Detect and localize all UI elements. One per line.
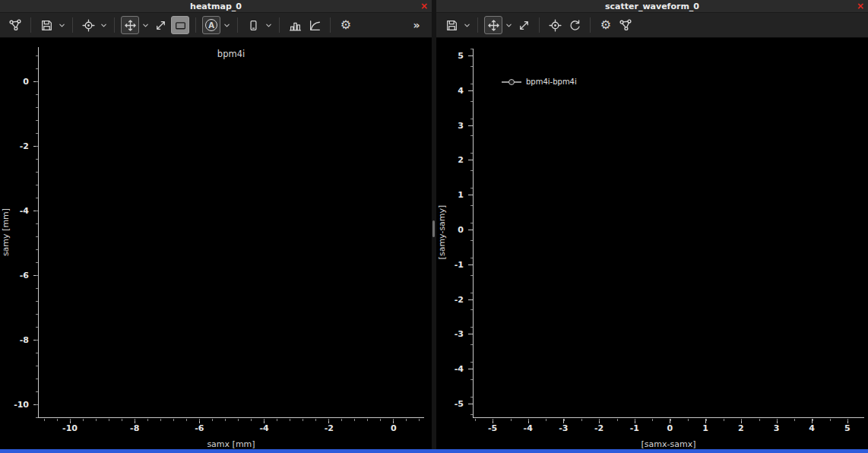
toolbar-separator (30, 17, 31, 33)
heatmap-toolbar: A ⚙ » (0, 13, 432, 38)
x-tick-label: -8 (119, 423, 150, 433)
y-tick-label: -2 (20, 141, 29, 152)
reset-view-button[interactable] (565, 16, 584, 34)
toolbar-separator (279, 17, 280, 33)
connections-button[interactable] (6, 16, 24, 34)
crosshair-button[interactable] (79, 16, 97, 34)
y-tick-label: 2 (458, 155, 464, 166)
toolbar-separator (114, 17, 115, 33)
x-tick-label: -4 (515, 423, 542, 433)
toolbar-separator (72, 17, 73, 33)
scatter-waveform-panel: scatter_waveform_0 × (436, 0, 868, 449)
heatmap-panel: heatmap_0 × (0, 0, 432, 449)
x-axis-tick-labels: -10 -8 -6 -4 -2 0 (54, 423, 410, 433)
plot-legend[interactable]: bpm4i-bpm4i (502, 78, 577, 86)
close-icon[interactable]: × (857, 0, 864, 12)
scatter-titlebar[interactable]: scatter_waveform_0 × (436, 0, 868, 13)
nodes-icon (8, 18, 22, 32)
y-tick-label: -4 (20, 206, 29, 217)
curve-icon (309, 19, 322, 32)
x-tick-label: -1 (621, 423, 648, 433)
circled-a-icon: A (205, 19, 217, 31)
chevron-down-icon (142, 22, 149, 29)
nodes-icon (619, 18, 632, 32)
save-icon (40, 19, 53, 32)
x-axis-label: samx [mm] (38, 439, 424, 449)
x-minor-ticks (475, 419, 865, 421)
scatter-panel-title: scatter_waveform_0 (605, 2, 699, 11)
heatmap-titlebar[interactable]: heatmap_0 × (0, 0, 432, 13)
settings-button[interactable]: ⚙ (597, 16, 615, 34)
crosshair-button[interactable] (546, 16, 564, 34)
save-dropdown[interactable] (57, 16, 66, 34)
histogram-button[interactable] (286, 16, 304, 34)
y-tick-label: -2 (455, 295, 464, 306)
heatmap-panel-title: heatmap_0 (190, 2, 242, 11)
auto-range-button[interactable] (171, 16, 189, 34)
x-tick-label: -2 (313, 423, 345, 433)
gear-icon: ⚙ (600, 19, 611, 31)
toolbar-overflow-button[interactable]: » (407, 16, 426, 34)
auto-scale-dropdown[interactable] (222, 16, 231, 34)
toolbar-separator (477, 17, 478, 33)
circular-reset-icon (569, 19, 581, 32)
splitter-handle-icon[interactable] (432, 220, 435, 237)
plot-axes (38, 47, 424, 418)
y-tick-label: 1 (458, 190, 464, 201)
chevron-down-icon (100, 22, 107, 29)
x-tick-label: 4 (798, 423, 825, 433)
curve-settings-button[interactable] (306, 16, 324, 34)
legend-marker-icon (508, 79, 515, 85)
toolbar-separator (539, 17, 540, 33)
device-button[interactable] (244, 16, 262, 34)
scatter-plot-canvas[interactable]: [samy-samy] bpm4i-bpm4i 5 4 3 2 1 0 -1 (436, 38, 868, 449)
settings-button[interactable]: ⚙ (337, 16, 355, 34)
move-arrows-icon (487, 19, 500, 32)
auto-scale-button[interactable]: A (202, 16, 220, 34)
y-tick-label: 0 (23, 77, 29, 87)
bottom-accent-bar (0, 449, 868, 453)
x-tick-label: -4 (249, 423, 280, 433)
device-dropdown[interactable] (264, 16, 273, 34)
x-tick-label: 0 (378, 423, 410, 433)
connections-button[interactable] (616, 16, 635, 34)
y-minor-ticks (470, 49, 473, 418)
y-minor-ticks (36, 55, 38, 419)
histogram-icon (289, 19, 302, 32)
overflow-chevrons-icon: » (413, 19, 420, 31)
crosshair-icon (82, 19, 95, 32)
pan-mode-button[interactable] (484, 16, 502, 34)
y-axis-tick-labels: 0 -2 -4 -6 -8 -10 (0, 77, 33, 410)
save-dropdown[interactable] (462, 16, 471, 34)
zoom-mode-button[interactable] (515, 16, 533, 34)
pan-mode-button[interactable] (121, 16, 139, 34)
crosshair-icon (549, 19, 562, 32)
device-icon (247, 19, 260, 32)
chevron-down-icon (223, 22, 230, 29)
close-icon[interactable]: × (420, 0, 428, 12)
y-tick-label: 3 (458, 121, 464, 131)
crosshair-dropdown[interactable] (99, 16, 108, 34)
save-button[interactable] (37, 16, 55, 34)
x-tick-label: -3 (550, 423, 577, 433)
toolbar-separator (237, 17, 238, 33)
diagonal-resize-icon (518, 19, 531, 32)
legend-label: bpm4i-bpm4i (526, 78, 577, 86)
y-axis-tick-labels: 5 4 3 2 1 0 -1 -2 -3 -4 -5 (436, 51, 468, 410)
heatmap-plot-canvas[interactable]: bpm4i samy [mm] 0 -2 -4 -6 -8 -10 -10 -8… (0, 38, 432, 449)
plot-axes (473, 49, 864, 418)
scatter-toolbar: ⚙ (436, 13, 868, 38)
pan-mode-dropdown[interactable] (141, 16, 150, 34)
y-tick-label: -8 (20, 335, 29, 346)
zoom-mode-button[interactable] (151, 16, 169, 34)
y-tick-label: 4 (458, 86, 464, 97)
x-axis-label: [samx-samx] (473, 439, 864, 449)
save-button[interactable] (442, 16, 461, 34)
save-icon (445, 19, 458, 32)
x-tick-label: 2 (727, 423, 755, 433)
pan-mode-dropdown[interactable] (504, 16, 513, 34)
x-tick-label: 1 (692, 423, 719, 433)
x-tick-label: -2 (585, 423, 613, 433)
toolbar-separator (590, 17, 591, 33)
y-tick-label: -5 (455, 399, 464, 410)
